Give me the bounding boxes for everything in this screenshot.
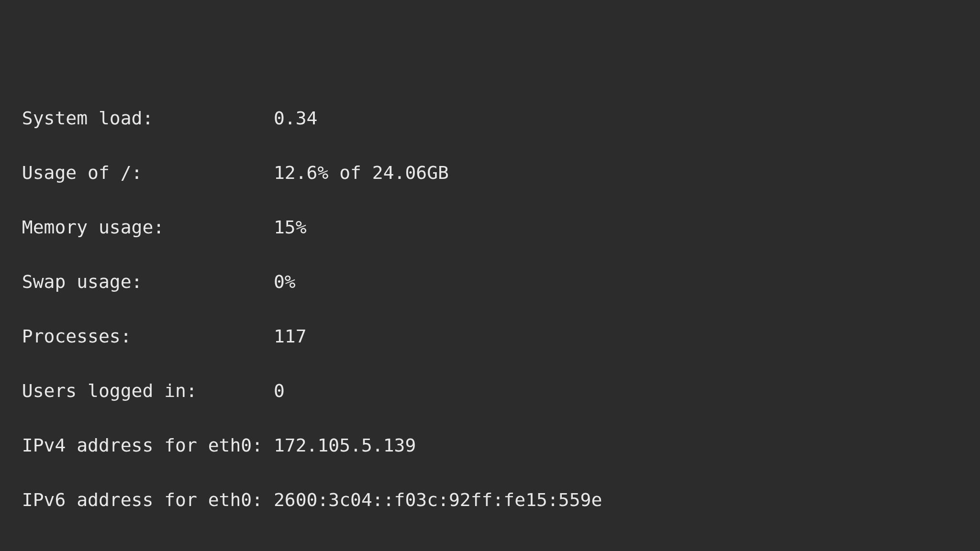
stat-label: System load: (0, 109, 274, 127)
stat-label: Memory usage: (0, 218, 274, 236)
stat-value: 0 (274, 382, 285, 400)
stat-label: Users logged in: (0, 382, 274, 400)
stat-disk-usage: Usage of /: 12.6% of 24.06GB (0, 164, 980, 182)
stat-memory-usage: Memory usage: 15% (0, 218, 980, 236)
stat-value: 0% (274, 273, 296, 291)
terminal-output[interactable]: System load: 0.34 Usage of /: 12.6% of 2… (0, 0, 980, 551)
stat-label: Swap usage: (0, 273, 274, 291)
stat-value: 117 (274, 327, 307, 345)
stat-label: IPv6 address for eth0: (0, 491, 274, 509)
stat-swap-usage: Swap usage: 0% (0, 273, 980, 291)
stat-label: Processes: (0, 327, 274, 345)
stat-value: 2600:3c04::f03c:92ff:fe15:559e (274, 491, 602, 509)
stat-value: 12.6% of 24.06GB (274, 164, 449, 182)
stat-ipv4: IPv4 address for eth0: 172.105.5.139 (0, 436, 980, 454)
stat-system-load: System load: 0.34 (0, 109, 980, 127)
stat-ipv6: IPv6 address for eth0: 2600:3c04::f03c:9… (0, 491, 980, 509)
stat-users-logged-in: Users logged in: 0 (0, 382, 980, 400)
stat-label: IPv4 address for eth0: (0, 436, 274, 454)
stat-label: Usage of /: (0, 164, 274, 182)
stat-processes: Processes: 117 (0, 327, 980, 345)
stat-value: 15% (274, 218, 307, 236)
stat-value: 172.105.5.139 (274, 436, 416, 454)
stat-value: 0.34 (274, 109, 318, 127)
